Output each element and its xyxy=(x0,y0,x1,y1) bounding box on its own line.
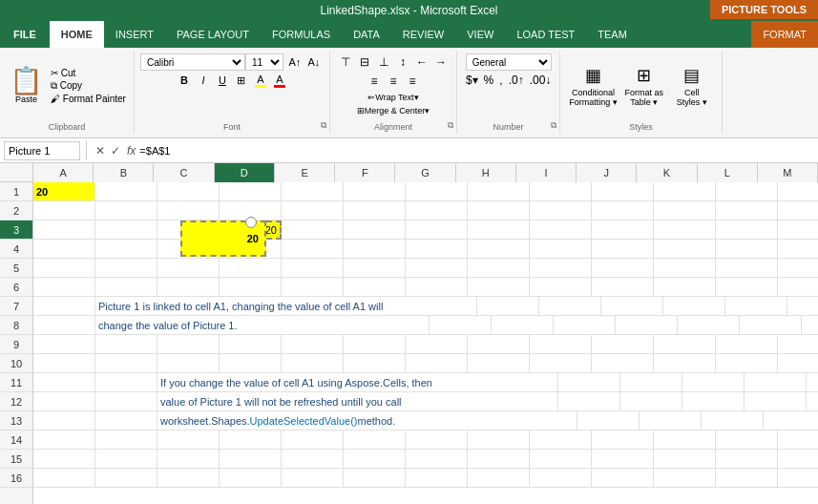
cell-h5[interactable] xyxy=(468,259,530,278)
indent-increase-button[interactable]: → xyxy=(431,53,451,71)
row-num-13[interactable]: 13 xyxy=(0,411,32,430)
cell-i16[interactable] xyxy=(530,469,592,488)
cell-l10[interactable] xyxy=(716,354,778,373)
cell-h4[interactable] xyxy=(468,240,530,259)
cell-e6[interactable] xyxy=(282,278,344,297)
row-num-15[interactable]: 15 xyxy=(0,450,32,469)
row-num-16[interactable]: 16 xyxy=(0,469,32,488)
cell-b13[interactable] xyxy=(95,411,157,430)
cell-j15[interactable] xyxy=(592,450,654,469)
cell-k10[interactable] xyxy=(654,354,716,373)
cell-g12[interactable] xyxy=(558,392,620,411)
cell-h2[interactable] xyxy=(468,201,530,220)
row-num-7[interactable]: 7 xyxy=(0,297,32,316)
cell-e2[interactable] xyxy=(282,201,344,220)
cell-d10[interactable] xyxy=(220,354,282,373)
cell-f2[interactable] xyxy=(344,201,406,220)
cell-b12[interactable] xyxy=(95,392,157,411)
cell-g13[interactable] xyxy=(577,411,640,430)
cell-g11[interactable] xyxy=(558,373,620,392)
cell-a11[interactable] xyxy=(33,373,95,392)
row-num-14[interactable]: 14 xyxy=(0,430,32,450)
cell-e16[interactable] xyxy=(282,469,344,488)
cell-b15[interactable] xyxy=(95,450,157,469)
cell-i10[interactable] xyxy=(530,354,592,373)
cell-l4[interactable] xyxy=(716,240,778,259)
cell-j8[interactable] xyxy=(740,316,802,335)
tab-view[interactable]: VIEW xyxy=(455,21,505,48)
cell-e15[interactable] xyxy=(282,450,344,469)
cell-c10[interactable] xyxy=(157,354,220,373)
cell-d9[interactable] xyxy=(220,335,282,354)
col-header-g[interactable]: G xyxy=(395,163,455,182)
cell-l16[interactable] xyxy=(716,469,778,488)
cell-j14[interactable] xyxy=(592,430,654,450)
cell-c2[interactable] xyxy=(157,201,220,220)
cell-m3[interactable] xyxy=(778,220,818,240)
font-shrink-button[interactable]: A↓ xyxy=(304,53,324,71)
cancel-formula-icon[interactable]: ✕ xyxy=(93,144,108,158)
comma-button[interactable]: , xyxy=(496,73,505,88)
format-as-table-button[interactable]: ⊞ Format asTable ▾ xyxy=(620,63,668,109)
cell-k11[interactable] xyxy=(807,373,818,392)
cell-g14[interactable] xyxy=(406,430,468,450)
cell-c6[interactable] xyxy=(157,278,220,297)
cell-b7[interactable]: Picture 1 is linked to cell A1, changing… xyxy=(95,297,477,316)
cell-c14[interactable] xyxy=(157,430,220,450)
cell-h7[interactable] xyxy=(601,297,663,316)
cell-i3[interactable] xyxy=(530,220,592,240)
font-grow-button[interactable]: A↑ xyxy=(285,53,304,71)
cell-h8[interactable] xyxy=(616,316,678,335)
cell-g1[interactable] xyxy=(406,182,468,201)
cell-f4[interactable] xyxy=(344,240,406,259)
bold-button[interactable]: B xyxy=(175,72,194,89)
cell-l1[interactable] xyxy=(716,182,778,201)
cell-h3[interactable] xyxy=(468,220,530,240)
name-box[interactable] xyxy=(4,141,80,160)
cell-m9[interactable] xyxy=(778,335,818,354)
cell-g15[interactable] xyxy=(406,450,468,469)
cell-l15[interactable] xyxy=(716,450,778,469)
tab-file[interactable]: FILE xyxy=(0,21,50,48)
align-center-button[interactable]: ≡ xyxy=(384,73,403,90)
col-header-m[interactable]: M xyxy=(758,163,818,182)
confirm-formula-icon[interactable]: ✓ xyxy=(108,144,123,158)
cell-h1[interactable] xyxy=(468,182,530,201)
cell-m14[interactable] xyxy=(778,430,818,450)
cell-g2[interactable] xyxy=(406,201,468,220)
cell-d16[interactable] xyxy=(220,469,282,488)
cell-a15[interactable] xyxy=(33,450,95,469)
cell-j12[interactable] xyxy=(745,392,807,411)
picture-rotate-handle[interactable] xyxy=(245,217,257,228)
cell-h16[interactable] xyxy=(468,469,530,488)
row-num-9[interactable]: 9 xyxy=(0,335,32,354)
cell-d15[interactable] xyxy=(220,450,282,469)
cell-i13[interactable] xyxy=(702,411,764,430)
col-header-h[interactable]: H xyxy=(456,163,516,182)
cell-l14[interactable] xyxy=(716,430,778,450)
cell-h14[interactable] xyxy=(468,430,530,450)
align-right-button[interactable]: ≡ xyxy=(403,73,422,90)
cell-j11[interactable] xyxy=(745,373,807,392)
cell-a12[interactable] xyxy=(33,392,95,411)
cell-b14[interactable] xyxy=(95,430,157,450)
cell-g8[interactable] xyxy=(554,316,616,335)
text-direction-button[interactable]: ↕ xyxy=(393,53,412,71)
cell-h9[interactable] xyxy=(468,335,530,354)
cell-m2[interactable] xyxy=(778,201,818,220)
cell-c12[interactable]: value of Picture 1 will not be refreshed… xyxy=(157,392,558,411)
cell-g5[interactable] xyxy=(406,259,468,278)
cell-d1[interactable] xyxy=(220,182,282,201)
tab-team[interactable]: TEAM xyxy=(586,21,639,48)
number-format-select[interactable]: General xyxy=(466,53,552,71)
cell-h11[interactable] xyxy=(620,373,682,392)
cell-i7[interactable] xyxy=(663,297,725,316)
cell-g3[interactable] xyxy=(406,220,468,240)
align-middle-button[interactable]: ⊟ xyxy=(355,53,374,71)
cell-a1[interactable]: 20 xyxy=(33,182,95,201)
cell-j2[interactable] xyxy=(592,201,654,220)
tab-page-layout[interactable]: PAGE LAYOUT xyxy=(165,21,261,48)
cell-j9[interactable] xyxy=(592,335,654,354)
cell-a6[interactable] xyxy=(33,278,95,297)
row-num-6[interactable]: 6 xyxy=(0,278,32,297)
